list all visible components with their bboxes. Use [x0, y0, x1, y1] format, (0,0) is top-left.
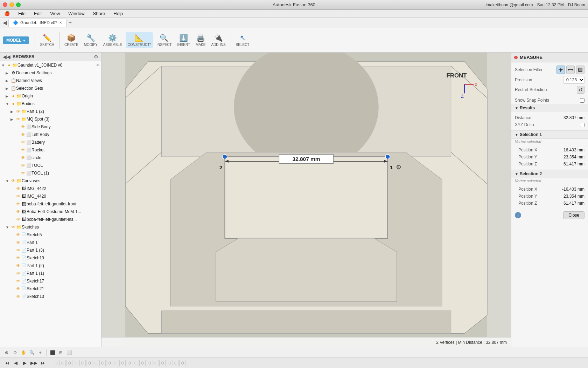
zoom-icon[interactable]: 🔍 — [28, 349, 36, 356]
toolbar-modify[interactable]: 🔧 MODIFY — [82, 32, 100, 48]
tree-mq-spot[interactable]: ▶ 👁 📁 MQ Spot (3) — [0, 115, 101, 123]
close-window-button[interactable] — [3, 2, 7, 7]
orbit-icon[interactable]: ⊙ — [11, 349, 19, 356]
tree-part1-2[interactable]: ▶ 👁 📁 Part 1 (2) — [0, 108, 101, 115]
fit-view-icon[interactable]: ⊕ — [3, 349, 10, 356]
restart-selection-button[interactable]: ↺ — [577, 86, 584, 94]
tree-bodies[interactable]: ▼ ● 📁 Bodies — [0, 100, 101, 108]
tree-boba-ins[interactable]: 👁 🖼 boba-fett-left-gauntlet-ins... — [0, 216, 101, 223]
tab-gauntlet[interactable]: 🔷 Gauntlet...INED v0* ✕ — [8, 19, 66, 27]
tree-origin[interactable]: ▶ ● 📁 Origin — [0, 92, 101, 100]
timeline-item[interactable]: ⬡ — [106, 360, 112, 366]
tree-selection-sets[interactable]: ▶ 📋 Selection Sets — [0, 84, 101, 92]
timeline-item[interactable]: ⬡ — [173, 360, 179, 366]
minimize-window-button[interactable] — [9, 2, 14, 7]
tree-part1-1[interactable]: 👁 📄 Part 1 (1) — [0, 270, 101, 277]
timeline-item[interactable]: ⬡ — [99, 360, 106, 366]
window-controls[interactable] — [3, 2, 21, 7]
timeline-item[interactable]: ⬡ — [166, 360, 172, 366]
menu-apple[interactable]: 🍎 — [3, 10, 11, 17]
toolbar-sketch[interactable]: ✏️ SKETCH — [38, 32, 56, 48]
results-section-header[interactable]: ▼ Results — [511, 104, 588, 112]
tree-sketch13[interactable]: 👁 📄 Sketch13 — [0, 293, 101, 300]
tree-sketch17[interactable]: 👁 📄 Sketch17 — [0, 277, 101, 285]
display-mode-icon[interactable]: ⬛ — [49, 349, 56, 356]
timeline-item[interactable]: ⬡ — [86, 360, 92, 366]
back-arrow-icon[interactable]: ◀ — [3, 19, 7, 26]
toolbar-addins[interactable]: 🔌 ADD-INS — [209, 32, 227, 48]
mode-button[interactable]: MODEL ▼ — [3, 36, 29, 44]
tree-img4422[interactable]: 👁 🖼 IMG_4422 — [0, 185, 101, 192]
timeline-item[interactable]: ⬡ — [146, 360, 152, 366]
timeline-item[interactable]: ⬡ — [53, 360, 59, 366]
pan-icon[interactable]: ✋ — [20, 349, 27, 356]
toolbar-construct[interactable]: 📐 CONSTRUCT* — [126, 32, 153, 48]
timeline-item[interactable]: ⬡ — [179, 360, 186, 366]
close-panel-button[interactable]: Close — [563, 211, 584, 219]
tree-battery[interactable]: 👁 ⬜ Battery — [0, 138, 101, 146]
tab-close-button[interactable]: ✕ — [59, 21, 62, 25]
toolbar-select[interactable]: ↖ SELECT — [234, 32, 252, 48]
snap-points-checkbox[interactable] — [580, 98, 584, 103]
timeline-item[interactable]: ⬡ — [119, 360, 126, 366]
tree-sketch5[interactable]: 👁 📄 Sketch5 — [0, 231, 101, 239]
timeline-item[interactable]: ⬡ — [73, 360, 79, 366]
tree-img4420[interactable]: 👁 🖼 IMG_4420 — [0, 192, 101, 200]
appearance-icon[interactable]: ⬜ — [65, 349, 73, 356]
tree-sketch21[interactable]: 👁 📄 Sketch21 — [0, 285, 101, 293]
filter-vertex-btn[interactable] — [556, 66, 565, 74]
toolbar-assemble[interactable]: ⚙️ ASSEMBLE — [101, 32, 124, 48]
timeline-item[interactable]: ⬡ — [79, 360, 86, 366]
tree-sketches[interactable]: ▼ 👁 📁 Sketches — [0, 223, 101, 231]
selection1-header[interactable]: ▼ Selection 1 — [511, 130, 588, 139]
tree-boba-front[interactable]: 👁 🖼 boba-fett-left-gauntlet-front — [0, 200, 101, 208]
toolbar-create[interactable]: 📦 CREATE — [62, 32, 80, 48]
precision-select[interactable]: 0.123 — [563, 76, 584, 84]
tree-tool[interactable]: 👁 ⬜ TOOL — [0, 162, 101, 169]
tree-rocket[interactable]: 👁 ⬜ Rocket — [0, 146, 101, 154]
tree-part1-3[interactable]: 👁 📄 Part 1 (3) — [0, 246, 101, 254]
toolbar-inspect[interactable]: 🔍 INSPECT — [154, 32, 174, 48]
nav-prev-btn[interactable]: ◀ — [12, 359, 20, 367]
timeline-item[interactable]: ⬡ — [159, 360, 166, 366]
timeline-item[interactable]: ⬡ — [59, 360, 66, 366]
timeline-item[interactable]: ⬡ — [126, 360, 132, 366]
visibility-icon[interactable]: 👁 — [96, 63, 100, 67]
tree-document-settings[interactable]: ▶ ⚙ Document Settings — [0, 69, 101, 77]
timeline-item[interactable]: ⬡ — [93, 360, 99, 366]
toolbar-insert[interactable]: ⬇️ INSERT — [175, 32, 192, 48]
timeline-item[interactable]: ⬡ — [133, 360, 139, 366]
tree-left-body[interactable]: 👁 ⬜ Left Body — [0, 131, 101, 138]
browser-settings-icon[interactable]: ⚙ — [94, 54, 98, 60]
collapse-icon[interactable]: ◀◀ — [3, 54, 10, 60]
tree-side-body[interactable]: 👁 ⬜ Side Body — [0, 123, 101, 131]
menu-share[interactable]: Share — [92, 10, 107, 17]
zoom-fit-icon[interactable]: ⌖ — [36, 349, 44, 356]
add-tab-button[interactable]: + — [69, 20, 72, 26]
nav-play-btn[interactable]: ▶ — [21, 359, 29, 367]
tree-circle[interactable]: 👁 ⬜ circle — [0, 154, 101, 162]
menu-edit[interactable]: Edit — [33, 10, 43, 17]
timeline-item[interactable]: ⬡ — [66, 360, 72, 366]
selection2-header[interactable]: ▼ Selection 2 — [511, 170, 588, 178]
xyz-delta-checkbox[interactable] — [580, 123, 584, 127]
tree-root[interactable]: ▼ ● 📁 Gauntlet v1_JOINED v0 👁 — [0, 61, 101, 69]
timeline-item[interactable]: ⬡ — [139, 360, 146, 366]
tree-named-views[interactable]: ▶ 📋 Named Views — [0, 77, 101, 84]
menu-view[interactable]: View — [49, 10, 61, 17]
grid-icon[interactable]: ⊞ — [57, 349, 65, 356]
info-button[interactable]: i — [515, 212, 521, 218]
maximize-window-button[interactable] — [16, 2, 21, 7]
tree-boba-costume[interactable]: 👁 🖼 Boba-Fett-Costume-MoM-1... — [0, 208, 101, 216]
filter-edge-btn[interactable] — [566, 66, 575, 74]
tree-part1-2-sketch[interactable]: 👁 📄 Part 1 (2) — [0, 262, 101, 270]
menu-window[interactable]: Window — [67, 10, 86, 17]
menu-help[interactable]: Help — [112, 10, 124, 17]
tree-tool-1[interactable]: 👁 ⬜ TOOL (1) — [0, 169, 101, 177]
filter-face-btn[interactable] — [576, 66, 584, 74]
nav-next-btn[interactable]: ▶▶ — [30, 359, 38, 367]
timeline-item[interactable]: ⬡ — [113, 360, 119, 366]
viewport[interactable]: 32.807 mm 2 1 ⚙ FRONT — [102, 53, 511, 347]
tree-sketch19[interactable]: 👁 📄 Sketch19 — [0, 254, 101, 262]
nav-end-btn[interactable]: ⏭ — [39, 359, 47, 367]
